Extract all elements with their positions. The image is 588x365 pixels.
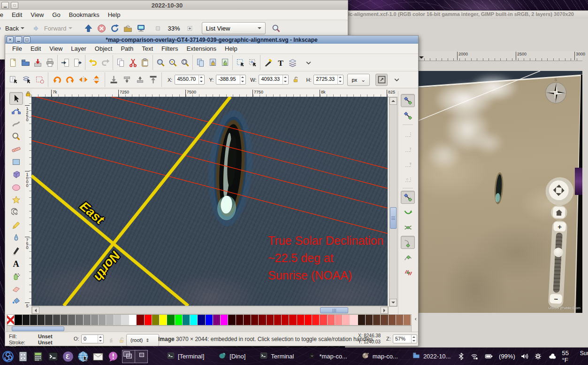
browser-launcher[interactable] [77,350,89,363]
palette-swatch[interactable] [297,315,305,325]
scroll-down-icon[interactable] [389,299,397,306]
fill-stroke-button[interactable] [262,56,274,69]
gimp-titlebar[interactable]: ic-alignment.xcf-1.0 (RGB color 16-bit g… [345,11,588,19]
scroll-left-icon[interactable] [32,307,39,314]
ink-menu-help[interactable]: Help [221,44,242,54]
bucket-tool[interactable] [9,295,23,308]
stop-button[interactable] [96,22,108,34]
star-tool[interactable] [9,194,23,206]
zoom-page-button[interactable] [179,56,191,69]
opacity-input[interactable]: 0 [81,334,104,343]
snap-bbox-corner-toggle[interactable] [401,142,415,155]
save-button[interactable] [31,56,44,69]
fill-value[interactable]: Unset [38,334,53,339]
battery-icon[interactable] [483,350,495,363]
ink-menu-path[interactable]: Path [116,44,137,54]
palette-swatch[interactable] [259,315,266,325]
palette-swatch[interactable] [84,315,91,325]
palette-expand-icon[interactable]: ‹ [414,316,417,322]
clone-button[interactable] [206,56,219,69]
forward-dropdown-icon[interactable] [69,27,72,31]
lock-ratio-icon[interactable] [290,74,302,86]
palette-swatch[interactable] [122,315,129,325]
palette-swatch[interactable] [53,315,61,325]
snap-bbox-toggle[interactable] [401,109,415,122]
eraser-tool[interactable] [9,282,23,295]
maximize-icon[interactable]: □ [11,2,18,9]
palette-swatch[interactable] [335,315,343,325]
scroll-up-icon[interactable] [389,97,397,105]
unlink-clone-button[interactable] [219,56,231,69]
workspace-pager[interactable] [122,350,148,363]
bluetooth-icon[interactable] [457,350,465,363]
vertical-ruler[interactable]: 125010007505 [25,97,32,306]
up-button[interactable] [83,22,95,34]
ink-menu-extensions[interactable]: Extensions [182,44,221,54]
rotate-ccw-button[interactable] [51,74,63,86]
task-202210[interactable]: 2022-10... [408,350,455,363]
back-button[interactable]: Back [0,21,27,35]
width-input[interactable]: 4093.33 [259,75,289,85]
palette-swatch[interactable] [91,315,99,325]
palette-swatch[interactable] [152,315,160,325]
palette-swatch[interactable] [68,315,76,325]
reload-button[interactable] [109,22,121,34]
palette-swatch[interactable] [198,315,205,325]
import-button[interactable] [59,56,71,69]
stroke-value[interactable]: Unset [38,340,53,345]
zoom-out-button[interactable] [152,22,164,34]
palette-swatch[interactable] [137,315,144,325]
snap-cusp-node-toggle[interactable] [401,236,415,249]
settings-icon[interactable] [534,350,542,363]
horizontal-ruler[interactable]: 7k7250750077508k825 [31,90,392,97]
palette-swatch[interactable] [45,315,53,325]
weather-icon[interactable] [547,350,557,363]
palette-swatch[interactable] [190,315,198,325]
palette-swatch[interactable] [350,315,358,325]
select-all-layers-button[interactable] [20,74,32,86]
new-document-button[interactable] [7,56,19,69]
task-mapco[interactable]: map-co... [358,350,402,363]
y-input[interactable]: -388.95 [216,75,246,85]
fm-menu-edit[interactable]: Edit [8,10,26,20]
terminal-launcher[interactable] [47,350,59,363]
palette-swatch[interactable] [373,315,381,325]
ellipse-tool[interactable] [9,181,23,194]
lower-to-bottom-button[interactable] [107,74,120,86]
layer-select[interactable]: (root) ⇕ [126,334,159,346]
palette-swatch[interactable] [221,315,228,325]
palette-swatch[interactable] [244,315,251,325]
selection-frame2-button[interactable] [246,56,259,69]
hide-icon[interactable] [106,334,117,346]
raise-button[interactable] [134,74,146,86]
view-mode-select[interactable]: List View [202,22,266,34]
fm-menu-view[interactable]: View [26,10,48,20]
snap-enable-toggle[interactable] [401,94,415,107]
computer-button[interactable] [135,22,147,34]
snap-midpoint-toggle[interactable] [401,266,415,279]
clock[interactable]: Sun Oct 30 20:35 [580,350,588,363]
palette-swatch[interactable] [312,315,320,325]
ink-menu-text[interactable]: Text [137,44,157,54]
canvas-vscrollbar[interactable] [389,97,397,307]
palette-swatch[interactable] [389,315,396,325]
print-button[interactable] [44,56,56,69]
palette-swatch[interactable] [145,315,152,325]
ink-menu-file[interactable]: File [8,44,26,54]
undo-button[interactable] [87,56,99,69]
maximize-icon[interactable]: □ [23,36,31,43]
ink-menu-edit[interactable]: Edit [26,44,45,54]
palette-swatch[interactable] [251,315,259,325]
fm-menu-go[interactable]: Go [48,10,64,20]
palette-swatch[interactable] [30,315,38,325]
ink-menu-filters[interactable]: Filters [157,44,182,54]
palette-swatch[interactable] [15,315,22,325]
palette-swatch[interactable] [289,315,297,325]
calculator-launcher[interactable] [32,350,44,363]
fm-menu-file[interactable]: File [0,10,8,20]
tweak-tool[interactable] [9,117,23,130]
height-input[interactable]: 2725.33 [313,75,344,85]
palette-swatch[interactable] [396,315,404,325]
snap-nodes-toggle[interactable] [401,191,415,204]
zoom-drawing-button[interactable] [167,56,179,69]
